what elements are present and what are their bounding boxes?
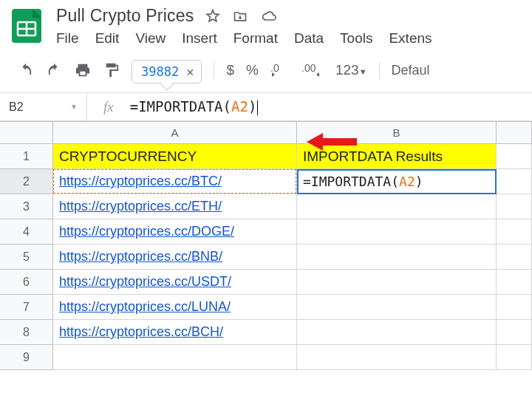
close-icon[interactable]: ✕ xyxy=(186,64,194,79)
menu-tools[interactable]: Tools xyxy=(340,30,372,47)
row-header[interactable]: 5 xyxy=(0,245,53,270)
cell-C8[interactable] xyxy=(497,320,532,345)
cell-B6[interactable] xyxy=(297,270,497,295)
move-folder-icon[interactable] xyxy=(232,9,248,24)
formula-result-value: 39882 xyxy=(141,64,179,79)
menu-data[interactable]: Data xyxy=(294,30,324,47)
decrease-decimal-button[interactable]: .0 xyxy=(270,62,290,78)
formula-input[interactable]: =IMPORTDATA(A2) xyxy=(130,98,532,115)
fx-icon: fx xyxy=(87,99,130,115)
more-formats-button[interactable]: 123▼ xyxy=(335,62,367,78)
column-header-C[interactable] xyxy=(497,122,532,144)
star-icon[interactable] xyxy=(205,9,220,24)
row-header[interactable]: 7 xyxy=(0,295,53,320)
print-icon[interactable] xyxy=(74,62,92,78)
row-header[interactable]: 6 xyxy=(0,270,53,295)
name-box[interactable]: B2 ▼ xyxy=(0,93,87,120)
svg-text:.00: .00 xyxy=(301,62,316,74)
cell-A7[interactable]: https://cryptoprices.cc/LUNA/ xyxy=(53,295,297,320)
cell-B3[interactable] xyxy=(297,194,497,219)
cell-A6[interactable]: https://cryptoprices.cc/USDT/ xyxy=(53,270,297,295)
cell-A9[interactable] xyxy=(53,345,297,370)
cloud-status-icon[interactable] xyxy=(260,9,278,24)
row-header[interactable]: 8 xyxy=(0,320,53,345)
chevron-down-icon[interactable]: ▼ xyxy=(70,103,78,111)
menu-insert[interactable]: Insert xyxy=(182,30,217,47)
menu-format[interactable]: Format xyxy=(233,30,278,47)
cell-B7[interactable] xyxy=(297,295,497,320)
menu-view[interactable]: View xyxy=(135,30,166,47)
cell-C4[interactable] xyxy=(497,219,532,245)
cell-A3[interactable]: https://cryptoprices.cc/ETH/ xyxy=(53,194,297,219)
column-header-A[interactable]: A xyxy=(53,122,297,144)
google-sheets-logo-icon[interactable] xyxy=(7,6,46,44)
redo-icon[interactable] xyxy=(46,62,62,78)
spreadsheet-grid[interactable]: A B 1 CRYPTOCURRENCY IMPORTDATA Results … xyxy=(0,121,532,370)
cell-C6[interactable] xyxy=(497,270,532,295)
undo-icon[interactable] xyxy=(18,62,34,78)
paint-format-icon[interactable] xyxy=(103,62,120,78)
cell-C7[interactable] xyxy=(497,295,532,320)
cell-A2[interactable]: https://cryptoprices.cc/BTC/ xyxy=(53,169,297,194)
cell-A4[interactable]: https://cryptoprices.cc/DOGE/ xyxy=(53,219,297,245)
document-title[interactable]: Pull Crypto Prices xyxy=(56,6,194,26)
increase-decimal-button[interactable]: .00 xyxy=(301,62,324,78)
menu-extensions[interactable]: Extens xyxy=(389,30,432,47)
cell-C5[interactable] xyxy=(497,245,532,270)
select-all-corner[interactable] xyxy=(0,122,53,144)
cell-B1[interactable]: IMPORTDATA Results xyxy=(297,144,497,169)
format-percent-button[interactable]: % xyxy=(246,62,259,78)
format-currency-button[interactable]: $ xyxy=(226,62,234,78)
cell-C9[interactable] xyxy=(497,345,532,370)
cell-A1[interactable]: CRYPTOCURRENCY xyxy=(53,144,297,169)
menu-edit[interactable]: Edit xyxy=(95,30,120,47)
cell-B9[interactable] xyxy=(297,345,497,370)
menu-file[interactable]: File xyxy=(56,30,79,47)
row-header[interactable]: 9 xyxy=(0,345,53,370)
column-header-B[interactable]: B xyxy=(297,122,497,144)
row-header[interactable]: 1 xyxy=(0,144,53,169)
font-family-select[interactable]: Defaul xyxy=(392,63,430,78)
cell-B4[interactable] xyxy=(297,219,497,245)
svg-text:.0: .0 xyxy=(270,62,279,74)
cell-B5[interactable] xyxy=(297,245,497,270)
cell-A5[interactable]: https://cryptoprices.cc/BNB/ xyxy=(53,245,297,270)
menubar: File Edit View Insert Format Data Tools … xyxy=(56,30,432,47)
cell-B8[interactable] xyxy=(297,320,497,345)
cell-C2[interactable] xyxy=(497,169,532,194)
row-header[interactable]: 2 xyxy=(0,169,53,194)
cell-C3[interactable] xyxy=(497,194,532,219)
row-header[interactable]: 3 xyxy=(0,194,53,219)
cell-C1[interactable] xyxy=(497,144,532,169)
cell-B2-active[interactable]: =IMPORTDATA(A2) xyxy=(297,169,497,194)
row-header[interactable]: 4 xyxy=(0,219,53,245)
cell-A8[interactable]: https://cryptoprices.cc/BCH/ xyxy=(53,320,297,345)
